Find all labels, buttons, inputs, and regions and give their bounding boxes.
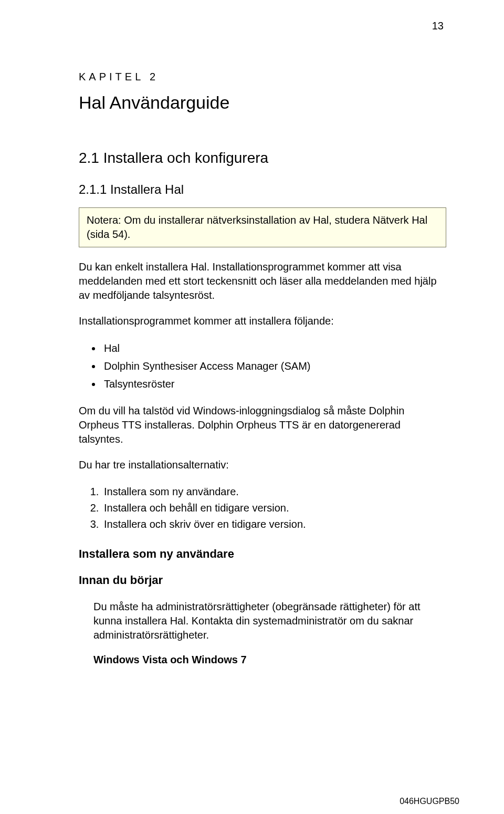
list-item: Installera och behåll en tidigare versio…	[102, 500, 446, 516]
list-item: Installera och skriv över en tidigare ve…	[102, 516, 446, 533]
paragraph: Installationsprogrammet kommer att insta…	[79, 314, 446, 328]
paragraph: Om du vill ha talstöd vid Windows-inlogg…	[79, 404, 446, 446]
chapter-label: KAPITEL 2	[79, 71, 446, 83]
list-item: Talsyntesröster	[102, 375, 446, 392]
subheading-install-new: Installera som ny användare	[79, 547, 446, 561]
paragraph: Du kan enkelt installera Hal. Installati…	[79, 260, 446, 302]
page: 13 KAPITEL 2 Hal Användarguide 2.1 Insta…	[0, 0, 504, 814]
list-item: Hal	[102, 340, 446, 357]
chapter-title: Hal Användarguide	[79, 92, 446, 113]
paragraph: Du har tre installationsalternativ:	[79, 458, 446, 472]
note-box: Notera: Om du installerar nätverksinstal…	[79, 207, 446, 247]
note-text: Om du installerar nätverksinstallation a…	[87, 214, 427, 240]
section-heading: 2.1 Installera och konfigurera	[79, 150, 446, 166]
list-item: Dolphin Synthesiser Access Manager (SAM)	[102, 358, 446, 374]
page-number: 13	[432, 20, 444, 32]
subheading-before-start: Innan du börjar	[79, 573, 446, 587]
note-prefix: Notera:	[87, 214, 121, 226]
paragraph: Du måste ha administratörsrättigheter (o…	[79, 600, 446, 642]
list-item: Installera som ny användare.	[102, 484, 446, 500]
bullet-list: Hal Dolphin Synthesiser Access Manager (…	[79, 340, 446, 392]
footer-code: 046HGUGPB50	[400, 797, 459, 806]
numbered-list: Installera som ny användare. Installera …	[79, 484, 446, 533]
subsection-heading: 2.1.1 Installera Hal	[79, 182, 446, 197]
subheading-windows: Windows Vista och Windows 7	[79, 654, 446, 666]
